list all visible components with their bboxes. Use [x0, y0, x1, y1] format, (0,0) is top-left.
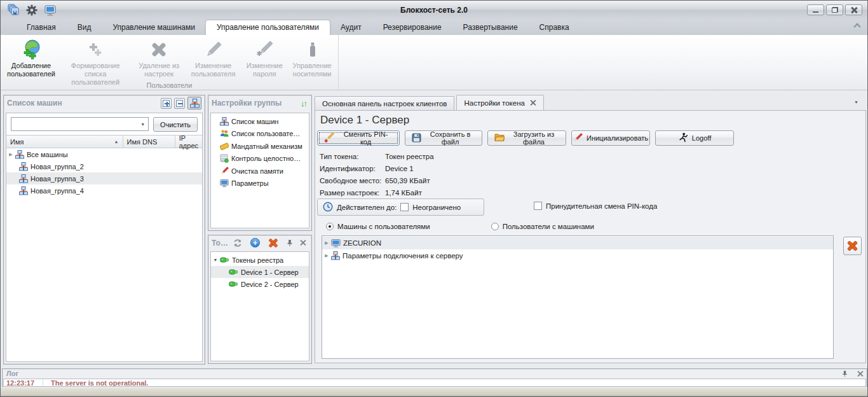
group-setting-item[interactable]: Список машин	[211, 115, 309, 128]
load-from-file-button[interactable]: Загрузить из файла	[487, 130, 566, 146]
window-bottom-border	[1, 387, 867, 396]
group-setting-item[interactable]: Очистка памяти	[211, 165, 309, 178]
token-device-label: Device 2 - Сервер	[241, 281, 299, 288]
ribbon: Добавление пользователей Формирование сп…	[1, 35, 867, 90]
group-setting-item[interactable]: Параметры	[211, 178, 309, 190]
force-pin-checkbox[interactable]	[534, 202, 542, 210]
expand-all-button[interactable]	[161, 98, 172, 109]
ribbon-group-users: Добавление пользователей Формирование сп…	[1, 35, 339, 90]
save-all-icon[interactable]	[7, 4, 20, 17]
load-from-file-label: Загрузить из файла	[508, 130, 559, 146]
restore-button[interactable]	[826, 4, 843, 15]
tree-expand-icon[interactable]: ▶	[322, 253, 331, 258]
delete-assignment-button[interactable]	[843, 237, 862, 255]
close-button[interactable]	[845, 4, 862, 15]
machine-search-combobox[interactable]: ▼	[11, 117, 149, 131]
group-setting-item[interactable]: Мандатный механизм	[211, 140, 309, 153]
token-device-row[interactable]: Device 2 - Сервер	[211, 278, 309, 290]
column-ip[interactable]: IP адрес	[175, 136, 202, 148]
close-panel-icon[interactable]	[300, 240, 306, 246]
delete-token-icon[interactable]	[268, 237, 279, 249]
tree-row-zecurion[interactable]: ▶ ZECURION	[322, 237, 833, 249]
token-root-row[interactable]: ▼ Токены реестра	[211, 254, 309, 266]
tree-expand-icon[interactable]: ▶	[322, 240, 331, 246]
machine-row[interactable]: Новая_группа_4	[6, 185, 202, 197]
tab-upravlenie-mashinami[interactable]: Управление машинами	[102, 20, 206, 35]
tab-spravka[interactable]: Справка	[529, 20, 580, 35]
computer-monitor-icon	[331, 239, 341, 248]
minimize-button[interactable]	[807, 4, 824, 15]
group-view-button[interactable]	[187, 97, 201, 109]
sort-updown-icon[interactable]: ↓↑	[301, 99, 306, 108]
add-users-icon	[20, 38, 42, 61]
machine-search-input[interactable]	[11, 118, 137, 130]
radio-icon[interactable]	[491, 223, 499, 230]
pin-panel-icon[interactable]	[841, 370, 848, 377]
tree-expand-icon[interactable]: ▶	[6, 152, 15, 157]
initialize-button[interactable]: Инициализировать	[571, 130, 650, 146]
add-users-button[interactable]: Добавление пользователей	[4, 37, 58, 80]
refresh-icon[interactable]	[233, 238, 243, 248]
change-pin-icon	[324, 132, 335, 144]
combo-dropdown-icon[interactable]: ▼	[137, 122, 148, 127]
computer-icon[interactable]	[44, 4, 57, 17]
machine-row-label: Новая_группа_3	[31, 175, 84, 183]
machine-row[interactable]: ▶ Все машины	[6, 148, 202, 160]
radio-users-with-machines[interactable]: Пользователи с машинами	[491, 223, 594, 230]
group-setting-item[interactable]: Список пользовате…	[211, 128, 309, 141]
tab-audit[interactable]: Аудит	[330, 20, 372, 35]
tab-rezervirovanie[interactable]: Резервирование	[372, 20, 452, 35]
settings-gear-icon[interactable]	[25, 4, 38, 17]
collapse-all-button[interactable]	[174, 98, 185, 109]
restore-icon	[832, 7, 838, 13]
machines-column-header: Имя▲ Имя DNS IP адрес	[6, 135, 202, 148]
group-setting-label: Параметры	[231, 179, 269, 187]
tab-overflow-dropdown-icon[interactable]: ▼	[854, 100, 858, 104]
save-to-file-button[interactable]: Сохранить в файл	[405, 130, 482, 146]
load-folder-icon	[494, 133, 505, 143]
clock-icon	[323, 202, 333, 213]
token-device-label: Device 1 - Сервер	[241, 268, 299, 276]
group-setting-item[interactable]: Контроль целостно…	[211, 153, 309, 165]
column-dns[interactable]: Имя DNS	[123, 136, 175, 148]
close-panel-icon[interactable]	[857, 371, 863, 377]
force-pin-change-option: Принудительная смена PIN-кода	[534, 202, 657, 210]
radio-machines-with-users[interactable]: Машины с пользователями	[326, 223, 430, 230]
tab-client-settings[interactable]: Основная панель настроек клиентов	[315, 96, 454, 110]
machine-row-selected[interactable]: Новая_группа_3	[6, 172, 202, 185]
token-device-row-selected[interactable]: Device 1 - Сервер	[211, 266, 309, 278]
logoff-button[interactable]: Logoff	[655, 130, 734, 146]
tree-collapse-icon[interactable]: ▼	[211, 258, 220, 262]
tab-upravlenie-polzovatelyami[interactable]: Управление пользователями	[206, 20, 330, 35]
ribbon-tab-row: Главная Вид Управление машинами Управлен…	[1, 20, 867, 35]
group-setting-label: Контроль целостно…	[231, 155, 301, 162]
add-token-icon[interactable]: +	[250, 238, 260, 247]
clear-search-button[interactable]: Очистить	[153, 117, 198, 132]
close-tab-icon[interactable]	[531, 100, 536, 106]
tab-token-settings[interactable]: Настройки токена	[456, 95, 543, 110]
info-value: Device 1	[385, 165, 414, 172]
pin-panel-icon[interactable]	[286, 239, 294, 247]
tab-glavnaya[interactable]: Главная	[16, 20, 67, 35]
valid-until-groupbox: Действителен до: Неограничено	[317, 198, 484, 216]
collapse-ribbon-icon[interactable]	[853, 24, 861, 29]
group-settings-panel: Настройки группы ↓↑ Список машин Список …	[208, 95, 312, 231]
title-bar: Блокхост-сеть 2.0	[1, 1, 867, 20]
network-group-icon	[19, 174, 28, 183]
tab-razvertyvanie[interactable]: Развертывание	[452, 20, 529, 35]
change-pin-button[interactable]: Сменить PIN-код	[317, 130, 400, 146]
tab-vid[interactable]: Вид	[67, 20, 102, 35]
radio-selected-icon[interactable]	[326, 223, 334, 230]
machine-row[interactable]: Новая_группа_2	[6, 160, 202, 172]
form-user-list-button: Формирование списка пользователей	[58, 37, 133, 88]
unlimited-checkbox[interactable]	[400, 203, 409, 211]
network-group-icon	[19, 162, 28, 171]
log-entries: 12:23:17 The server is not operational.	[3, 379, 866, 387]
ribbon-group-label: Пользователи	[1, 81, 338, 89]
tokens-panel-title: То…	[212, 239, 228, 247]
initialize-icon	[573, 133, 583, 144]
column-name[interactable]: Имя▲	[6, 136, 123, 148]
expand-all-icon	[163, 100, 170, 107]
tree-row-connection-params[interactable]: ▶ Параметры подключения к серверу	[322, 249, 833, 262]
token-icon	[229, 268, 238, 276]
